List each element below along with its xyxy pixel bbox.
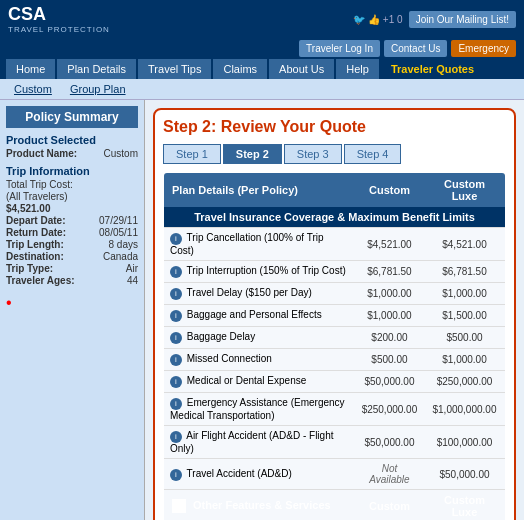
trip-type-label: Trip Type:	[6, 263, 53, 274]
total-cost-sub: (All Travelers)	[6, 191, 138, 202]
main-content: Policy Summary Product Selected Product …	[0, 100, 524, 520]
info-icon[interactable]: i	[170, 288, 182, 300]
trip-type-row: Trip Type: Air	[6, 263, 138, 274]
table-row: i Trip Cancellation (100% of Trip Cost) …	[164, 228, 506, 261]
product-name-value: Custom	[104, 148, 138, 159]
table-row: i Emergency Assistance (Emergency Medica…	[164, 393, 506, 426]
total-cost-label: Total Trip Cost:	[6, 179, 138, 190]
step-tab-4[interactable]: Step 4	[344, 144, 402, 164]
nav-claims[interactable]: Claims	[213, 59, 267, 79]
emergency-button[interactable]: Emergency	[451, 40, 516, 57]
table-row: i Missed Connection $500.00 $1,000.00	[164, 349, 506, 371]
destination-row: Destination: Canada	[6, 251, 138, 262]
sub-nav-group-plan[interactable]: Group Plan	[62, 81, 134, 97]
section2-header: Other Features & Services Custom Custom …	[164, 490, 506, 521]
logo-text: CSA	[8, 4, 110, 25]
trip-length-row: Trip Length: 8 days	[6, 239, 138, 250]
product-name-row: Product Name: Custom	[6, 148, 138, 159]
table-row: i Baggage and Personal Effects $1,000.00…	[164, 305, 506, 327]
info-icon[interactable]: i	[170, 431, 182, 443]
info-icon[interactable]: i	[170, 469, 182, 481]
col-custom-header: Custom	[355, 173, 424, 208]
quote-wrapper: Step 2: Review Your Quote Step 1 Step 2 …	[153, 108, 516, 520]
return-label: Return Date:	[6, 227, 66, 238]
info-icon[interactable]: i	[170, 398, 182, 410]
step-tab-2[interactable]: Step 2	[223, 144, 282, 164]
info-icon[interactable]: i	[170, 332, 182, 344]
return-row: Return Date: 08/05/11	[6, 227, 138, 238]
info-icon[interactable]: i	[170, 376, 182, 388]
nav-plan-details[interactable]: Plan Details	[57, 59, 136, 79]
sub-nav-custom[interactable]: Custom	[6, 81, 60, 97]
step-tab-3[interactable]: Step 3	[284, 144, 342, 164]
table-row: i Medical or Dental Expense $50,000.00 $…	[164, 371, 506, 393]
traveler-ages-label: Traveler Ages:	[6, 275, 75, 286]
info-icon[interactable]: i	[170, 266, 182, 278]
traveler-login-button[interactable]: Traveler Log In	[299, 40, 380, 57]
depart-label: Depart Date:	[6, 215, 65, 226]
table-row: i Baggage Delay $200.00 $500.00	[164, 327, 506, 349]
section1-header: Travel Insurance Coverage & Maximum Bene…	[164, 207, 506, 228]
secondary-header: Traveler Log In Contact Us Emergency	[0, 38, 524, 59]
step-tabs: Step 1 Step 2 Step 3 Step 4	[163, 144, 506, 164]
red-dot: •	[6, 294, 138, 312]
info-icon[interactable]: i	[170, 310, 182, 322]
social-icons: 🐦 👍 +1 0	[353, 14, 402, 25]
total-cost-value: $4,521.00	[6, 203, 138, 214]
destination-label: Destination:	[6, 251, 64, 262]
depart-row: Depart Date: 07/29/11	[6, 215, 138, 226]
logo-sub: TRAVEL PROTECTION	[8, 25, 110, 34]
step-title: Step 2: Review Your Quote	[163, 118, 506, 136]
nav-traveler-quotes[interactable]: Traveler Quotes	[381, 59, 484, 79]
join-mailing-button[interactable]: Join Our Mailing List!	[409, 11, 516, 28]
table-row: i Travel Delay ($150 per Day) $1,000.00 …	[164, 283, 506, 305]
trip-type-value: Air	[126, 263, 138, 274]
depart-value: 07/29/11	[99, 215, 138, 226]
destination-value: Canada	[103, 251, 138, 262]
table-row: i Air Flight Accident (AD&D - Flight Onl…	[164, 426, 506, 459]
traveler-ages-row: Traveler Ages: 44	[6, 275, 138, 286]
trip-section-label: Trip Information	[6, 165, 138, 177]
table-row: i Trip Interruption (150% of Trip Cost) …	[164, 261, 506, 283]
logo-area: CSA TRAVEL PROTECTION	[8, 4, 110, 34]
nav-home[interactable]: Home	[6, 59, 55, 79]
product-section-label: Product Selected	[6, 134, 138, 146]
header-right: 🐦 👍 +1 0 Join Our Mailing List!	[353, 11, 516, 28]
quote-content: Step 2: Review Your Quote Step 1 Step 2 …	[145, 100, 524, 520]
step-tab-1[interactable]: Step 1	[163, 144, 221, 164]
sidebar-title: Policy Summary	[6, 106, 138, 128]
nav-about-us[interactable]: About Us	[269, 59, 334, 79]
col-plan-header: Plan Details (Per Policy)	[164, 173, 355, 208]
quote-table: Plan Details (Per Policy) Custom Custom …	[163, 172, 506, 520]
trip-length-value: 8 days	[109, 239, 138, 250]
col-custom-luxe-header: Custom Luxe	[424, 173, 506, 208]
sub-nav: Custom Group Plan	[0, 79, 524, 100]
table-row: i Travel Accident (AD&D) Not Available $…	[164, 459, 506, 490]
traveler-ages-value: 44	[127, 275, 138, 286]
main-nav: Home Plan Details Travel Tips Claims Abo…	[0, 59, 524, 79]
product-name-label: Product Name:	[6, 148, 77, 159]
header-top: CSA TRAVEL PROTECTION 🐦 👍 +1 0 Join Our …	[0, 0, 524, 38]
sidebar: Policy Summary Product Selected Product …	[0, 100, 145, 520]
trip-length-label: Trip Length:	[6, 239, 64, 250]
info-icon[interactable]: i	[170, 354, 182, 366]
return-value: 08/05/11	[99, 227, 138, 238]
nav-help[interactable]: Help	[336, 59, 379, 79]
nav-travel-tips[interactable]: Travel Tips	[138, 59, 211, 79]
contact-us-button[interactable]: Contact Us	[384, 40, 447, 57]
info-icon[interactable]: i	[170, 233, 182, 245]
